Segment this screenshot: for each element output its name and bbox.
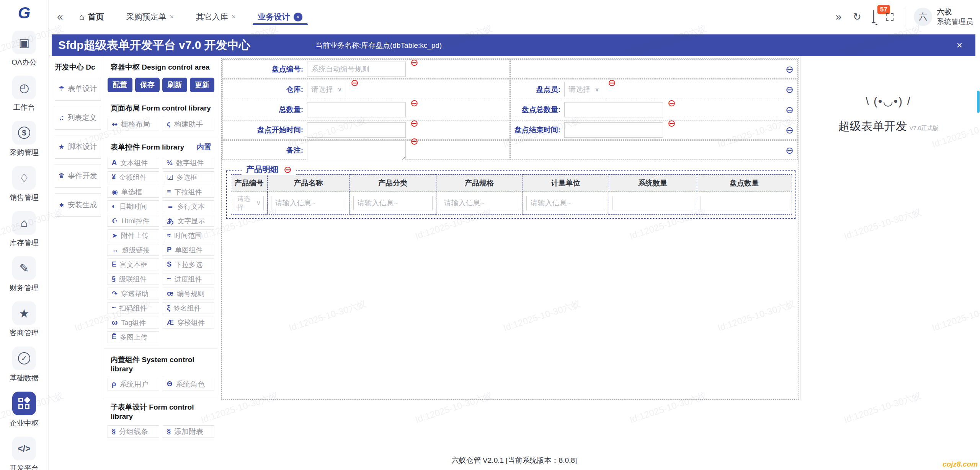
- topbar-tools: » ↻ 57 六 六蚁 系统管理员: [836, 0, 973, 34]
- remove-row-icon[interactable]: ⊖: [786, 145, 794, 156]
- component-multi-select[interactable]: S下拉多选: [163, 259, 214, 270]
- component-multiline-text[interactable]: ＝多行文本: [163, 200, 214, 212]
- remove-field-icon[interactable]: ⊖: [410, 137, 418, 146]
- refresh-button[interactable]: 刷新: [162, 78, 187, 92]
- fullscreen-icon[interactable]: [886, 13, 893, 21]
- sidebar-item-purchase[interactable]: $采购管理: [0, 121, 48, 158]
- remove-detail-icon[interactable]: ⊖: [284, 165, 292, 174]
- component-progress[interactable]: ~进度组件: [163, 273, 214, 285]
- form-cell-remark: 备注:⊖: [222, 140, 510, 160]
- sidebar-item-finance[interactable]: ✎财务管理: [0, 256, 48, 293]
- detail-input-product-spec[interactable]: [440, 196, 519, 210]
- component-datetime[interactable]: ◐日期时间: [108, 200, 159, 212]
- scrollbar-thumb[interactable]: [977, 91, 980, 113]
- more-tabs-icon[interactable]: »: [836, 11, 842, 23]
- sidebar-item-sales[interactable]: ♢销售管理: [0, 166, 48, 203]
- component-system-role[interactable]: Θ系统角色: [163, 378, 214, 390]
- component-hyperlink[interactable]: ↔超级链接: [108, 244, 159, 256]
- sidebar-item-enterprise-hub[interactable]: 企业中枢: [0, 392, 48, 428]
- remove-field-icon[interactable]: ⊖: [668, 119, 676, 128]
- sidebar-item-inventory[interactable]: ⌂库存管理: [0, 211, 48, 248]
- field-select-checker[interactable]: 请选择∨: [564, 82, 603, 97]
- dc-item-script-design[interactable]: ★脚本设计: [55, 135, 101, 159]
- remove-field-icon[interactable]: ⊖: [410, 119, 418, 128]
- banner-close-icon[interactable]: ×: [957, 39, 962, 51]
- remove-row-icon[interactable]: ⊖: [786, 63, 794, 75]
- builtin-badge[interactable]: 内置: [197, 142, 211, 152]
- component-checkbox[interactable]: ☑多选框: [163, 171, 214, 183]
- tab-other-inbound[interactable]: 其它入库×: [196, 0, 236, 34]
- sidebar-item-base-data[interactable]: ✓基础数据: [0, 346, 48, 383]
- purchase-icon: $: [12, 121, 36, 145]
- detail-input-product-category[interactable]: [353, 196, 433, 210]
- remove-field-icon[interactable]: ⊖: [410, 58, 418, 67]
- field-input-total-qty[interactable]: [307, 102, 406, 117]
- field-input-end-time[interactable]: [564, 122, 663, 138]
- component-radio[interactable]: ◉单选框: [108, 186, 159, 198]
- remove-row-icon[interactable]: ⊖: [786, 124, 794, 135]
- component-number[interactable]: ½数字组件: [163, 157, 214, 169]
- field-select-warehouse[interactable]: 请选择∨: [307, 82, 346, 97]
- detail-input-unit[interactable]: [526, 196, 605, 210]
- dc-item-event-dev[interactable]: ♛事件开发: [55, 164, 101, 188]
- tab-purchase-order[interactable]: 采购预定单×: [126, 0, 174, 34]
- component-group-line[interactable]: §分组线条: [108, 425, 159, 438]
- component-system-user[interactable]: ρ系统用户: [108, 378, 159, 390]
- user-menu[interactable]: 六 六蚁 系统管理员: [905, 7, 973, 27]
- notifications-button[interactable]: 57: [873, 11, 874, 23]
- component-rich-text[interactable]: E富文本框: [108, 259, 159, 270]
- remove-field-icon[interactable]: ⊖: [351, 78, 359, 88]
- remove-row-icon[interactable]: ⊖: [786, 104, 794, 115]
- layout-build-assistant[interactable]: ς构建助手: [163, 118, 214, 130]
- component-text[interactable]: A文本组件: [108, 157, 159, 169]
- component-label: 多图上传: [120, 333, 147, 342]
- component-time-range[interactable]: ≈时间范围: [163, 229, 214, 241]
- component-html-control[interactable]: ☪Html控件: [108, 215, 159, 227]
- dc-item-list-define[interactable]: ♫列表定义: [55, 106, 101, 130]
- component-scan-code[interactable]: ~扫码组件: [108, 302, 159, 314]
- remove-field-icon[interactable]: ⊖: [668, 98, 676, 108]
- component-multi-image-upload[interactable]: Ê多图上传: [108, 331, 159, 343]
- tab-close-icon[interactable]: ×: [170, 13, 174, 21]
- field-input-check-no[interactable]: [307, 62, 406, 77]
- tab-close-icon[interactable]: ×: [294, 13, 302, 21]
- component-signature[interactable]: ξ签名组件: [163, 302, 214, 314]
- component-tag[interactable]: ωTag组件: [108, 317, 159, 329]
- layout-grid-layout[interactable]: ↭栅格布局: [108, 118, 159, 130]
- field-textarea-remark[interactable]: [307, 140, 406, 160]
- remove-field-icon[interactable]: ⊖: [410, 98, 418, 108]
- field-input-start-time[interactable]: [307, 122, 406, 138]
- detail-select-product-no[interactable]: 请选择∨: [235, 196, 264, 210]
- remove-field-icon[interactable]: ⊖: [608, 78, 616, 88]
- component-select[interactable]: ≡下拉组件: [163, 186, 214, 198]
- dc-item-install-generate[interactable]: ∗安装生成: [55, 193, 101, 217]
- component-transfer[interactable]: Æ穿梭组件: [163, 317, 214, 329]
- sidebar-item-dev-platform[interactable]: </>开发平台: [0, 437, 48, 470]
- field-input-check-total-qty[interactable]: [564, 102, 663, 117]
- tab-close-icon[interactable]: ×: [232, 13, 236, 21]
- detail-input-product-name[interactable]: [271, 196, 346, 210]
- refresh-icon[interactable]: ↻: [853, 11, 861, 23]
- tab-home[interactable]: ⌂首页: [79, 0, 104, 34]
- component-attachment-upload[interactable]: ➤附件上传: [108, 229, 159, 241]
- sidebar-item-customer[interactable]: ★客商管理: [0, 301, 48, 338]
- component-amount[interactable]: ¥金额组件: [108, 171, 159, 183]
- detail-input-system-qty[interactable]: [612, 196, 693, 210]
- component-drill-help[interactable]: ↷穿透帮助: [108, 288, 159, 299]
- update-button[interactable]: 更新: [190, 78, 215, 92]
- sidebar-item-oa-office[interactable]: ▣OA办公: [0, 31, 48, 67]
- save-button[interactable]: 保存: [135, 78, 160, 92]
- tab-business-design[interactable]: 业务设计×: [258, 0, 302, 34]
- configure-button[interactable]: 配置: [108, 78, 132, 92]
- detail-input-check-qty[interactable]: [701, 196, 788, 210]
- component-text-display[interactable]: あ文字显示: [163, 215, 214, 227]
- component-add-subtable[interactable]: §添加附表: [163, 425, 214, 438]
- sidebar-item-workbench[interactable]: ◴工作台: [0, 76, 48, 112]
- page-layout-title: 页面布局 Form control library: [108, 97, 214, 118]
- remove-row-icon[interactable]: ⊖: [786, 84, 794, 95]
- component-number-rule[interactable]: œ编号规则: [163, 288, 214, 299]
- component-cascade[interactable]: §级联组件: [108, 273, 159, 285]
- component-single-image[interactable]: P单图组件: [163, 244, 214, 256]
- collapse-tabs-icon[interactable]: «: [57, 11, 63, 23]
- dc-item-form-design[interactable]: ☂表单设计: [55, 77, 101, 101]
